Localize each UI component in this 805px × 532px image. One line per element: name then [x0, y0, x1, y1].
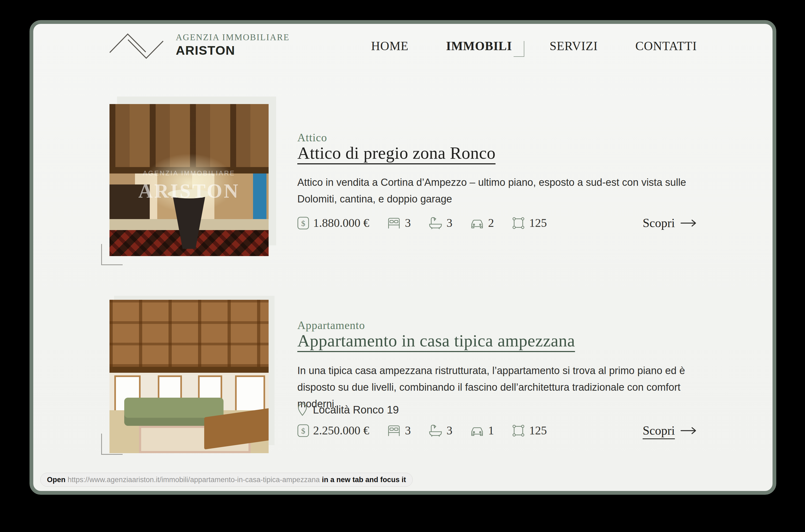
scopri-link[interactable]: Scopri [643, 423, 697, 438]
baths-value: 3 [446, 216, 453, 230]
stat-baths: 3 [428, 424, 453, 437]
area-value: 125 [529, 424, 547, 437]
car-icon [470, 424, 484, 437]
price-value: 2.250.000 € [313, 424, 369, 437]
bathtub-icon [428, 424, 442, 437]
photo-coffered-ceiling [109, 300, 269, 367]
brand-logo[interactable] [109, 31, 166, 61]
stat-baths: 3 [428, 216, 453, 230]
brand-line1: AGENZIA IMMOBILIARE [176, 33, 290, 42]
listing-stats-row: $ 2.250.000 € 3 3 1 [297, 423, 697, 438]
bed-icon [387, 424, 401, 437]
bed-icon [387, 217, 401, 229]
scopri-label: Scopri [643, 216, 675, 230]
stat-area: 125 [512, 424, 547, 437]
brand-line2: ARISTON [176, 44, 290, 57]
listing-description: Attico in vendita a Cortina d’Ampezzo – … [297, 174, 697, 207]
beds-value: 3 [405, 216, 411, 230]
listing-title-link[interactable]: Attico di pregio zona Ronco [297, 145, 496, 162]
photo-cornice [109, 367, 269, 373]
price-icon: $ [297, 216, 309, 230]
corner-bracket [101, 434, 123, 455]
nav-item-immobili[interactable]: IMMOBILI [446, 39, 512, 53]
property-photo-attico[interactable]: AGENZIA IMMOBILIARE ARISTON [109, 104, 269, 256]
cars-value: 2 [488, 216, 494, 230]
listing-location-row: Località Ronco 19 [297, 403, 399, 416]
baths-value: 3 [446, 424, 453, 437]
listing-stats-row: $ 1.880.000 € 3 3 2 [297, 216, 697, 230]
location-pin-icon [297, 403, 308, 416]
bathtub-icon [428, 217, 442, 230]
listing-title-link[interactable]: Appartamento in casa tipica ampezzana [297, 332, 575, 349]
location-text: Località Ronco 19 [313, 404, 399, 416]
listing-category: Appartamento [297, 319, 365, 332]
stat-price: $ 1.880.000 € [297, 216, 369, 230]
price-icon: $ [297, 424, 309, 437]
mountain-logo-icon [109, 31, 166, 61]
arrow-right-icon [680, 219, 697, 227]
nav-active-corner-marker [514, 41, 524, 57]
listing-category: Attico [297, 131, 327, 144]
nav-item-label: IMMOBILI [446, 39, 512, 53]
arrow-right-icon [680, 427, 697, 434]
status-prefix: Open [47, 476, 66, 484]
scopri-link[interactable]: Scopri [643, 216, 697, 230]
status-url: https://www.agenziaariston.it/immobili/a… [68, 476, 319, 484]
brand-text: AGENZIA IMMOBILIARE ARISTON [176, 33, 290, 57]
scopri-label: Scopri [643, 423, 675, 438]
photo-vase-top [168, 189, 211, 198]
status-tooltip: Open https://www.agenziaariston.it/immob… [40, 473, 413, 487]
screen: AGENZIA IMMOBILIARE ARISTON HOME IMMOBIL… [0, 0, 805, 532]
nav-item-servizi[interactable]: SERVIZI [550, 39, 598, 53]
nav-item-contatti[interactable]: CONTATTI [636, 39, 697, 53]
main-nav: HOME IMMOBILI SERVIZI CONTATTI [371, 39, 697, 53]
stat-beds: 3 [387, 424, 411, 437]
stat-price: $ 2.250.000 € [297, 424, 369, 437]
price-value: 1.880.000 € [313, 216, 369, 230]
stat-cars: 1 [470, 424, 494, 437]
beds-value: 3 [405, 424, 411, 437]
car-icon [470, 217, 484, 229]
area-icon [512, 424, 525, 437]
svg-text:$: $ [301, 219, 305, 228]
status-suffix: in a new tab and focus it [322, 476, 406, 484]
stat-cars: 2 [470, 216, 494, 230]
browser-window: AGENZIA IMMOBILIARE ARISTON HOME IMMOBIL… [30, 20, 776, 495]
corner-bracket [101, 244, 123, 265]
nav-item-home[interactable]: HOME [371, 39, 408, 53]
property-photo-appartamento[interactable] [109, 300, 269, 453]
stat-beds: 3 [387, 216, 411, 230]
area-icon [512, 216, 525, 230]
svg-text:$: $ [301, 426, 305, 435]
cars-value: 1 [488, 424, 494, 437]
stat-area: 125 [512, 216, 547, 230]
area-value: 125 [529, 216, 547, 230]
